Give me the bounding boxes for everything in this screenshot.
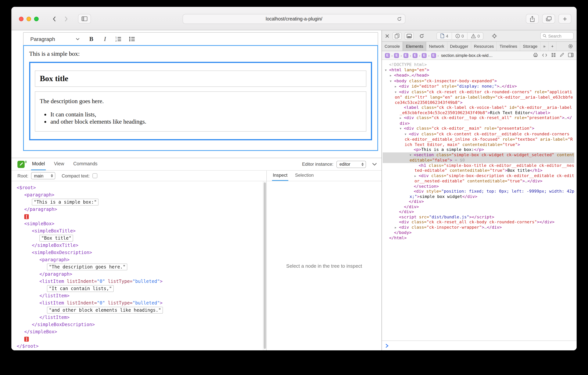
intro-paragraph[interactable]: This is a simple box: — [29, 50, 372, 57]
model-tree-node[interactable]: <listItem listIndent="0" listType="bulle… — [17, 299, 261, 307]
simple-box-widget[interactable]: Box title The description goes here. It … — [29, 62, 372, 140]
model-tree-node[interactable]: "This is a simple box:" — [17, 199, 261, 206]
element-crumb-icon[interactable]: E — [385, 53, 390, 58]
element-crumb-icon[interactable]: E — [422, 53, 427, 58]
model-tree-node[interactable]: </simpleBoxTitle> — [17, 242, 261, 249]
model-text-node[interactable]: "The description goes here." — [47, 264, 127, 270]
close-button[interactable] — [19, 17, 23, 21]
dom-tree-node[interactable]: ▸<head>…</head> — [383, 73, 574, 78]
print-styles-button[interactable] — [533, 53, 538, 58]
tabs-overflow-button[interactable]: » — [540, 42, 548, 51]
dom-tree-node[interactable]: ▸<div class="ck-inspector-wrapper">…</di… — [383, 225, 574, 230]
model-tree-node[interactable]: </listItem> — [17, 292, 261, 299]
tab-count-badge[interactable]: 4 — [437, 33, 452, 39]
element-crumb-icon[interactable]: E — [394, 53, 399, 58]
disclosure-triangle-icon[interactable]: ▾ — [400, 126, 404, 131]
simple-box-title-field[interactable]: Box title — [35, 70, 366, 87]
close-inspector-button[interactable] — [385, 33, 389, 38]
list-item[interactable]: and other block elements like headings. — [50, 118, 361, 125]
share-button[interactable] — [526, 14, 539, 23]
dom-tree-node[interactable]: ▾<body class="ck-inspector-body-expanded… — [383, 78, 574, 84]
dom-tree-node[interactable]: </body> — [383, 230, 574, 235]
compact-text-checkbox[interactable] — [92, 173, 97, 178]
model-tree-node[interactable]: <paragraph> — [17, 256, 261, 264]
dom-tree-node[interactable]: ▾<html lang="en"> — [383, 67, 574, 73]
element-crumb-icon[interactable]: E — [431, 53, 436, 58]
dom-tree-node[interactable]: </div> — [383, 204, 574, 209]
tab-view[interactable]: View — [53, 158, 65, 170]
dom-tree-node[interactable]: </section> — [383, 184, 574, 189]
side-tab-inspect[interactable]: Inspect — [272, 173, 288, 181]
devtools-tab-resources[interactable]: Resources — [471, 42, 497, 51]
breadcrumb-current[interactable]: section.simple-box.ck-wid… — [441, 53, 493, 58]
model-tree-node[interactable]: </listItem> — [17, 314, 261, 321]
bold-button[interactable]: B — [86, 34, 97, 44]
numbered-list-button[interactable]: 1.2. — [113, 34, 124, 44]
add-tab-button[interactable]: + — [549, 42, 557, 51]
dom-tree-node[interactable]: </div> — [383, 199, 574, 204]
model-tree-node[interactable]: ] — [17, 336, 261, 343]
disclosure-triangle-icon[interactable]: ▸ — [414, 174, 419, 179]
devtools-tab-debugger[interactable]: Debugger — [447, 42, 471, 51]
zoom-button[interactable] — [34, 17, 39, 21]
reload-icon[interactable] — [397, 16, 402, 23]
root-select[interactable]: main — [31, 172, 55, 179]
error-count-badge[interactable]: 0 — [452, 33, 468, 39]
dom-tree-node[interactable]: ▾<div class="ck ck-content ck-editor__ed… — [383, 131, 574, 147]
model-tree-node[interactable]: "It can contain lists," — [17, 285, 261, 292]
model-tree-node[interactable]: </simpleBox> — [17, 328, 261, 336]
inspector-collapse-button[interactable] — [372, 163, 377, 166]
disclosure-triangle-icon[interactable]: ▸ — [390, 73, 394, 78]
edit-html-button[interactable] — [542, 53, 547, 58]
dock-bottom-button[interactable] — [405, 32, 414, 40]
model-text-node[interactable]: "It can contain lists," — [47, 285, 114, 292]
dom-tree-node[interactable]: ▾<section class="simple-box ck-widget ck… — [383, 152, 574, 163]
dom-tree-node[interactable]: <h1 class="simple-box-title ck-editor__e… — [383, 163, 574, 173]
tab-commands[interactable]: Commands — [73, 158, 98, 170]
devtools-tab-timelines[interactable]: Timelines — [497, 42, 520, 51]
disclosure-triangle-icon[interactable]: ▾ — [395, 90, 399, 95]
model-tree-node[interactable]: [ — [17, 213, 261, 220]
dom-tree-node[interactable]: ▸<div class="ck ck-editor__top ck-reset_… — [383, 115, 574, 126]
search-input[interactable]: Search — [540, 32, 574, 39]
editor-editable-area[interactable]: This is a simple box: Box title The desc… — [23, 45, 378, 151]
warning-count-badge[interactable]: 0 — [468, 33, 483, 39]
model-tree-node[interactable]: </$root> — [17, 343, 261, 350]
model-tree-node[interactable]: <listItem listIndent="0" listType="bulle… — [17, 278, 261, 285]
tab-model[interactable]: Model — [31, 158, 46, 170]
devtools-tab-storage[interactable]: Storage — [520, 42, 540, 51]
simple-box-description-field[interactable]: The description goes here. It can contai… — [35, 91, 366, 132]
model-tree-node[interactable]: <simpleBoxTitle> — [17, 228, 261, 235]
dom-tree-node[interactable]: ▾<div class="ck ck-editor__main" role="p… — [383, 126, 574, 131]
model-tree-node[interactable]: <$root> — [17, 184, 261, 191]
model-tree-node[interactable]: <paragraph> — [17, 191, 261, 199]
model-tree-node[interactable]: "The description goes here." — [17, 264, 261, 271]
back-button[interactable] — [50, 15, 58, 23]
model-text-node[interactable]: "Box title" — [39, 235, 73, 242]
disclosure-triangle-icon[interactable]: ▾ — [390, 79, 394, 84]
console-prompt[interactable] — [382, 341, 577, 350]
disclosure-triangle-icon[interactable]: ▸ — [395, 225, 399, 230]
devtools-tab-elements[interactable]: Elements — [403, 42, 426, 51]
dom-tree-node[interactable]: </html> — [383, 235, 574, 240]
dom-tree-node[interactable]: <script src="dist/bundle.js"></script> — [383, 214, 574, 220]
details-sidebar-button[interactable] — [568, 53, 574, 58]
devtools-tab-network[interactable]: Network — [426, 42, 447, 51]
model-tree-node[interactable]: "Box title" — [17, 235, 261, 242]
devtools-tab-console[interactable]: Console — [382, 42, 403, 51]
heading-dropdown[interactable]: Paragraph — [27, 34, 83, 44]
dom-tree-node[interactable]: ▸<div id="editor" style="display: none;"… — [383, 84, 574, 89]
scrollbar-thumb[interactable] — [264, 182, 266, 349]
list-item[interactable]: It can contain lists, — [50, 111, 361, 118]
dom-tree-node[interactable]: ▸<div class="simple-box-description ck-e… — [383, 173, 574, 184]
new-tab-button[interactable] — [558, 14, 571, 23]
reload-page-button[interactable] — [419, 33, 424, 38]
model-tree-node[interactable]: </simpleBoxDescription> — [17, 321, 261, 328]
tab-overview-button[interactable] — [542, 14, 555, 23]
element-crumb-icon[interactable]: E — [403, 53, 408, 58]
minimize-button[interactable] — [27, 17, 31, 21]
dom-tree-node[interactable]: <div style="position: fixed; top: 0px; l… — [383, 189, 574, 199]
model-tree-node[interactable]: <simpleBox> — [17, 220, 261, 228]
bulleted-list-button[interactable] — [126, 34, 138, 44]
element-picker-button[interactable] — [492, 33, 497, 38]
